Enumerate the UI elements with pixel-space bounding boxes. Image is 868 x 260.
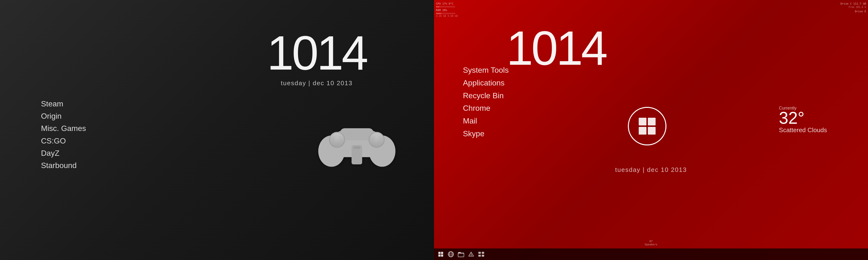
ram-label: RAM 28%: [436, 8, 458, 12]
taskbar-start-button[interactable]: [436, 250, 445, 259]
right-nav-item-mail[interactable]: Mail: [463, 115, 509, 127]
taskbar-ie-button[interactable]: [446, 250, 455, 259]
svg-rect-3: [340, 128, 374, 140]
taskbar: [434, 249, 868, 260]
left-nav-item-csgo[interactable]: CS:GO: [41, 135, 86, 147]
taskbar-explorer-button[interactable]: [457, 250, 465, 259]
taskbar-tiles-button[interactable]: [477, 250, 486, 259]
left-nav: SteamOriginMisc. GamesCS:GODayZStarbound: [41, 98, 86, 172]
cpu-bar: [436, 6, 458, 7]
right-nav-item-chrome[interactable]: Chrome: [463, 102, 509, 115]
svg-rect-16: [438, 255, 440, 257]
svg-rect-9: [353, 146, 361, 149]
left-clock-time: 1014: [267, 29, 367, 77]
svg-rect-28: [482, 252, 484, 254]
left-clock-section: 1014 tuesday | dec 10 2013: [267, 29, 367, 87]
sysmon-right: Drive C 111.7 GB Free 101.6 G Drive E: [840, 2, 866, 13]
svg-rect-14: [438, 252, 440, 254]
windows-logo[interactable]: [628, 107, 666, 145]
right-clock-time: 1014: [506, 24, 606, 72]
svg-rect-29: [478, 255, 481, 257]
svg-point-5: [332, 135, 342, 145]
right-clock-date: tuesday | dec 10 2013: [615, 166, 687, 174]
speaker-label: 87Speakers: [645, 240, 657, 246]
drive-e-info: Drive E: [840, 10, 866, 13]
ram-sizes: 3.26 GB 9.68 GB: [436, 14, 458, 18]
svg-rect-23: [458, 253, 464, 257]
svg-point-7: [372, 135, 381, 145]
svg-rect-10: [639, 118, 646, 125]
drive-c-info: Drive C 111.7 GB: [840, 2, 866, 5]
taskbar-arrow-button[interactable]: [467, 250, 475, 259]
svg-rect-27: [478, 252, 481, 254]
svg-rect-11: [648, 118, 656, 125]
left-nav-item-starbound[interactable]: Starbound: [41, 159, 86, 172]
right-nav-item-applications[interactable]: Applications: [463, 77, 509, 89]
weather-description: Scattered Clouds: [779, 126, 827, 134]
left-nav-item-misc-games[interactable]: Misc. Games: [41, 122, 86, 135]
right-nav-item-recycle-bin[interactable]: Recycle Bin: [463, 89, 509, 102]
svg-rect-13: [648, 127, 656, 135]
ram-bar: [436, 13, 458, 14]
steam-logo[interactable]: [316, 114, 398, 168]
sysmon-left: CPU 17% 0°C RAM 28% 3.26 GB 9.68 GB: [436, 2, 458, 18]
weather-section: Currently 32° Scattered Clouds: [779, 105, 827, 134]
right-panel: CPU 17% 0°C RAM 28% 3.26 GB 9.68 GB Driv…: [434, 0, 868, 260]
svg-rect-17: [441, 255, 443, 257]
svg-rect-12: [639, 127, 646, 135]
right-nav-item-system-tools[interactable]: System Tools: [463, 64, 509, 77]
drive-c-free: Free 101.6 G: [840, 5, 866, 9]
weather-temperature: 32°: [779, 108, 805, 127]
left-nav-item-dayz[interactable]: DayZ: [41, 147, 86, 159]
left-nav-item-steam[interactable]: Steam: [41, 98, 86, 110]
right-clock-section: 1014: [506, 24, 606, 72]
right-nav: System ToolsApplicationsRecycle BinChrom…: [463, 64, 509, 140]
cpu-label: CPU 17% 0°C: [436, 2, 458, 5]
svg-rect-15: [441, 252, 443, 254]
left-nav-item-origin[interactable]: Origin: [41, 110, 86, 122]
right-date-section: tuesday | dec 10 2013: [615, 164, 687, 174]
svg-rect-30: [482, 255, 484, 257]
svg-point-26: [471, 255, 472, 256]
left-clock-date: tuesday | dec 10 2013: [267, 79, 367, 87]
weather-currently-label: Currently: [779, 105, 827, 111]
speaker-info: 87Speakers: [645, 240, 657, 246]
left-panel: 1014 tuesday | dec 10 2013 SteamOriginMi…: [0, 0, 434, 260]
right-nav-item-skype[interactable]: Skype: [463, 127, 509, 140]
